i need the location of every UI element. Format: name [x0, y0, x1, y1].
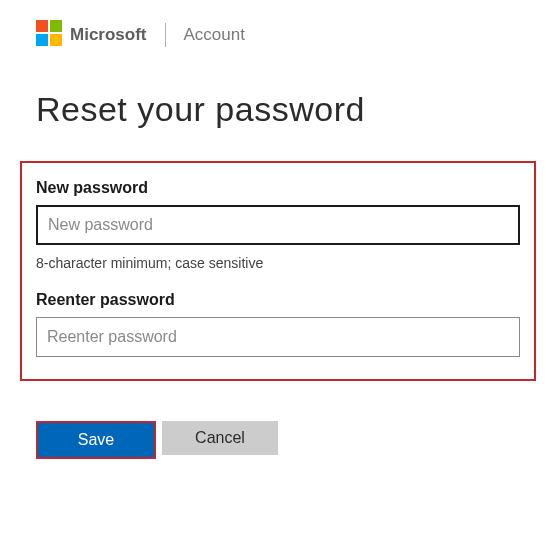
cancel-button[interactable]: Cancel [162, 421, 278, 455]
svg-rect-2 [36, 34, 48, 46]
brand-name: Microsoft [70, 25, 147, 45]
new-password-input[interactable] [36, 205, 520, 245]
new-password-label: New password [36, 179, 520, 197]
save-button[interactable]: Save [38, 423, 154, 457]
header: Microsoft Account [0, 20, 554, 50]
save-button-highlight: Save [36, 421, 156, 459]
password-form-highlight: New password 8-character minimum; case s… [20, 161, 536, 381]
password-hint: 8-character minimum; case sensitive [36, 255, 520, 271]
header-section: Account [184, 25, 245, 45]
svg-rect-3 [50, 34, 62, 46]
header-divider [165, 23, 166, 47]
svg-rect-0 [36, 20, 48, 32]
button-row: Save Cancel [0, 421, 554, 459]
reenter-password-input[interactable] [36, 317, 520, 357]
page-title: Reset your password [0, 90, 554, 129]
reenter-password-label: Reenter password [36, 291, 520, 309]
microsoft-logo-icon [36, 20, 62, 50]
svg-rect-1 [50, 20, 62, 32]
